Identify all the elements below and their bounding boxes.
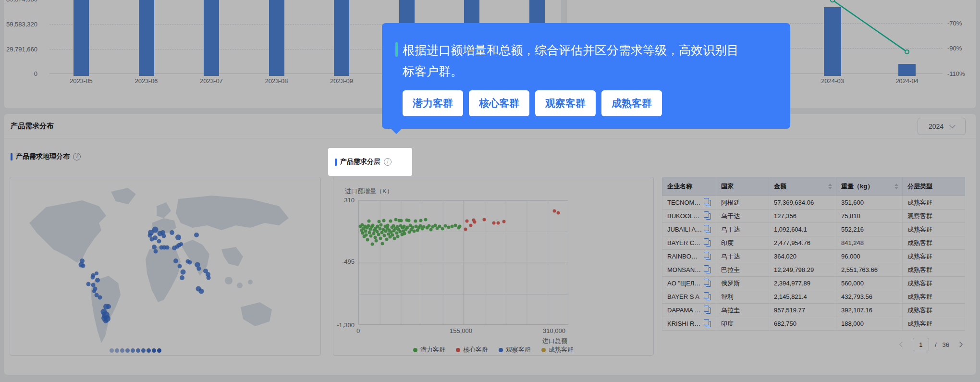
info-icon[interactable] — [384, 158, 392, 166]
dashboard-page: 89,374,980 59,583,320 29,791,660 0 2023-… — [0, 0, 980, 382]
tooltip-buttons: 潜力客群 核心客群 观察客群 成熟客群 — [403, 90, 790, 116]
scatter-panel-title: 产品需求分层 — [335, 158, 392, 166]
tour-tooltip: 根据进口额增量和总额，综合评估并区分需求等级，高效识别目标客户群。 潜力客群 核… — [382, 23, 790, 129]
tooltip-text: 根据进口额增量和总额，综合评估并区分需求等级，高效识别目标客户群。 — [403, 39, 739, 82]
tour-spotlight: 产品需求分层 — [328, 148, 412, 176]
segment-button-mature[interactable]: 成熟客群 — [601, 90, 662, 116]
segment-button-core[interactable]: 核心客群 — [469, 90, 529, 116]
segment-button-potential[interactable]: 潜力客群 — [403, 90, 463, 116]
tooltip-accent-bar — [395, 42, 398, 57]
scatter-panel-title-text: 产品需求分层 — [340, 158, 380, 166]
title-accent-bar — [335, 159, 337, 166]
segment-button-watch[interactable]: 观察客群 — [535, 90, 596, 116]
tooltip-arrow — [391, 128, 402, 134]
